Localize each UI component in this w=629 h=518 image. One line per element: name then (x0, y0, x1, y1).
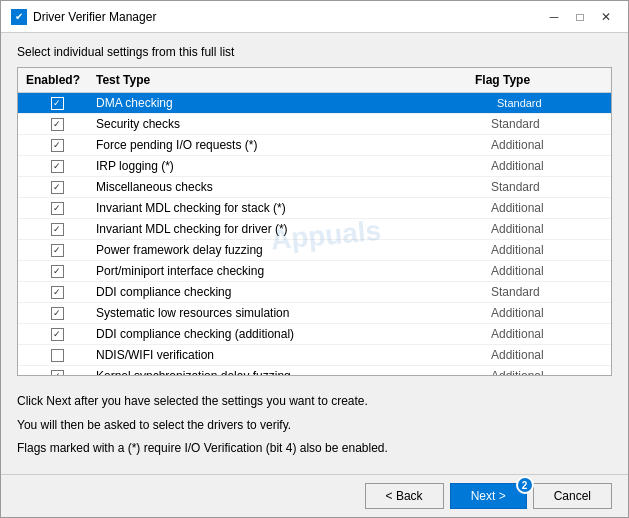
checkbox[interactable] (51, 160, 64, 173)
checkbox[interactable] (51, 181, 64, 194)
checkbox[interactable] (51, 244, 64, 257)
col-header-scroll (591, 71, 607, 89)
flag-type-cell: Additional (487, 262, 607, 280)
test-type-cell: Kernel synchronization delay fuzzing (92, 367, 487, 375)
checkbox-cell (22, 241, 92, 259)
flag-type-cell: Standard (487, 94, 607, 112)
checkbox[interactable] (51, 307, 64, 320)
checkbox-cell (22, 115, 92, 133)
col-header-test-type: Test Type (92, 71, 471, 89)
checkbox[interactable] (51, 118, 64, 131)
title-bar-left: ✔ Driver Verifier Manager (11, 9, 156, 25)
settings-table: Enabled? Test Type Flag Type DMA checkin… (17, 67, 612, 376)
checkbox-cell (22, 199, 92, 217)
table-row[interactable]: Miscellaneous checksStandard (18, 177, 611, 198)
table-row[interactable]: Port/miniport interface checkingAddition… (18, 261, 611, 282)
checkbox[interactable] (51, 328, 64, 341)
main-window: ✔ Driver Verifier Manager ─ □ ✕ Select i… (0, 0, 629, 518)
flag-type-cell: Standard (487, 115, 607, 133)
flag-type-cell: Standard (487, 283, 607, 301)
table-row[interactable]: DMA checkingStandard (18, 93, 611, 114)
section-label: Select individual settings from this ful… (17, 45, 612, 59)
info-line-2: You will then be asked to select the dri… (17, 416, 612, 435)
checkbox-cell (22, 94, 92, 112)
flag-type-cell: Additional (487, 136, 607, 154)
checkbox[interactable] (51, 349, 64, 362)
checkbox[interactable] (51, 223, 64, 236)
checkbox-cell (22, 283, 92, 301)
flag-type-cell: Additional (487, 157, 607, 175)
checkbox[interactable] (51, 286, 64, 299)
info-line-3: Flags marked with a (*) require I/O Veri… (17, 439, 612, 458)
next-button[interactable]: Next > 2 (450, 483, 527, 509)
flag-type-cell: Additional (487, 220, 607, 238)
back-button[interactable]: < Back (365, 483, 444, 509)
maximize-button[interactable]: □ (568, 7, 592, 27)
flag-type-cell: Additional (487, 199, 607, 217)
checkbox-cell (22, 220, 92, 238)
test-type-cell: Power framework delay fuzzing (92, 241, 487, 259)
cancel-button[interactable]: Cancel (533, 483, 612, 509)
checkbox[interactable] (51, 97, 64, 110)
checkbox-cell (22, 178, 92, 196)
test-type-cell: DDI compliance checking (additional) (92, 325, 487, 343)
test-type-cell: Invariant MDL checking for driver (*) (92, 220, 487, 238)
table-row[interactable]: DDI compliance checkingStandard (18, 282, 611, 303)
table-row[interactable]: Invariant MDL checking for driver (*)Add… (18, 219, 611, 240)
info-section: Click Next after you have selected the s… (17, 392, 612, 462)
table-row[interactable]: Security checksStandard (18, 114, 611, 135)
checkbox-cell (22, 367, 92, 375)
table-row[interactable]: Power framework delay fuzzingAdditional (18, 240, 611, 261)
test-type-cell: Invariant MDL checking for stack (*) (92, 199, 487, 217)
table-row[interactable]: Force pending I/O requests (*)Additional (18, 135, 611, 156)
flag-type-cell: Additional (487, 325, 607, 343)
col-header-flag-type: Flag Type (471, 71, 591, 89)
flag-type-cell: Additional (487, 367, 607, 375)
col-header-enabled: Enabled? (22, 71, 92, 89)
content-area: Select individual settings from this ful… (1, 33, 628, 474)
minimize-button[interactable]: ─ (542, 7, 566, 27)
info-line-1: Click Next after you have selected the s… (17, 392, 612, 411)
window-title: Driver Verifier Manager (33, 10, 156, 24)
flag-type-cell: Standard (487, 178, 607, 196)
next-badge: 2 (516, 476, 534, 494)
checkbox[interactable] (51, 202, 64, 215)
checkbox-cell (22, 346, 92, 364)
test-type-cell: Force pending I/O requests (*) (92, 136, 487, 154)
checkbox-cell (22, 157, 92, 175)
checkbox-cell (22, 304, 92, 322)
checkbox[interactable] (51, 370, 64, 376)
table-header: Enabled? Test Type Flag Type (18, 68, 611, 93)
title-controls: ─ □ ✕ (542, 7, 618, 27)
title-bar: ✔ Driver Verifier Manager ─ □ ✕ (1, 1, 628, 33)
flag-type-cell: Additional (487, 304, 607, 322)
table-row[interactable]: NDIS/WIFI verificationAdditional (18, 345, 611, 366)
test-type-cell: Port/miniport interface checking (92, 262, 487, 280)
test-type-cell: Miscellaneous checks (92, 178, 487, 196)
checkbox[interactable] (51, 265, 64, 278)
checkbox-cell (22, 262, 92, 280)
test-type-cell: DMA checking (92, 94, 487, 112)
flag-badge: Standard (491, 96, 548, 110)
app-icon: ✔ (11, 9, 27, 25)
table-outer: Enabled? Test Type Flag Type DMA checkin… (17, 67, 612, 384)
flag-type-cell: Additional (487, 346, 607, 364)
table-body[interactable]: DMA checkingStandardSecurity checksStand… (18, 93, 611, 375)
test-type-cell: Systematic low resources simulation (92, 304, 487, 322)
table-row[interactable]: IRP logging (*)Additional (18, 156, 611, 177)
checkbox-cell (22, 325, 92, 343)
table-row[interactable]: DDI compliance checking (additional)Addi… (18, 324, 611, 345)
test-type-cell: NDIS/WIFI verification (92, 346, 487, 364)
checkbox[interactable] (51, 139, 64, 152)
close-button[interactable]: ✕ (594, 7, 618, 27)
test-type-cell: DDI compliance checking (92, 283, 487, 301)
footer: < Back Next > 2 Cancel (1, 474, 628, 517)
table-row[interactable]: Kernel synchronization delay fuzzingAddi… (18, 366, 611, 375)
test-type-cell: Security checks (92, 115, 487, 133)
flag-type-cell: Additional (487, 241, 607, 259)
checkbox-cell (22, 136, 92, 154)
table-row[interactable]: Invariant MDL checking for stack (*)Addi… (18, 198, 611, 219)
test-type-cell: IRP logging (*) (92, 157, 487, 175)
table-row[interactable]: Systematic low resources simulationAddit… (18, 303, 611, 324)
